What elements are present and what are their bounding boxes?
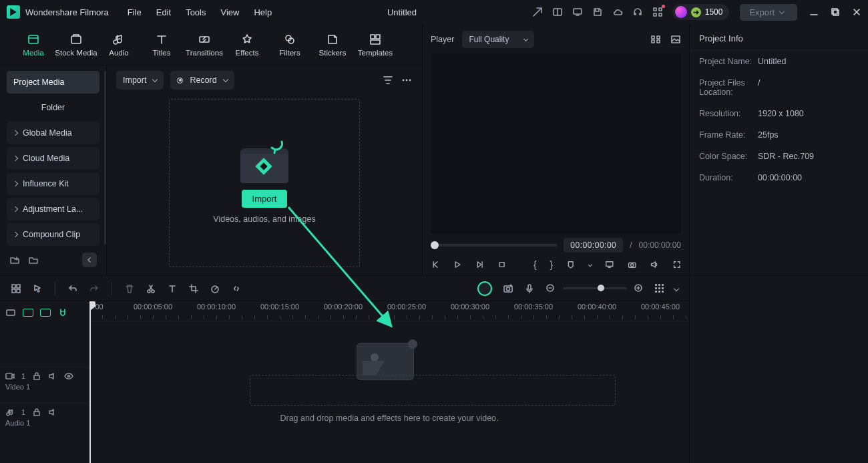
speed-tool-icon[interactable] [210,283,220,294]
cursor-icon[interactable] [32,283,43,294]
track-toggle-3-icon[interactable] [40,309,51,317]
tab-audio[interactable]: Audio [97,33,140,57]
lock-icon[interactable] [32,371,41,381]
timeline-right-gutter [689,276,868,463]
tab-stickers[interactable]: Stickers [311,33,354,57]
save-icon[interactable] [592,7,603,17]
sidebar-item-project-media[interactable]: Project Media [7,71,99,94]
zoom-slider[interactable] [563,287,627,289]
scrollbar[interactable] [104,71,106,245]
credits-pill[interactable]: ➜ 1500 [672,4,730,20]
split-button[interactable] [146,283,156,294]
svg-rect-8 [29,35,38,43]
redo-button[interactable] [89,283,99,294]
snapshot-view-icon[interactable] [670,34,681,45]
marker-icon[interactable] [566,259,575,270]
prev-frame-button[interactable] [431,259,439,270]
filter-icon[interactable] [382,74,394,86]
crop-tool-icon[interactable] [188,283,199,294]
ai-avatar-button[interactable] [477,281,492,296]
magnet-icon[interactable] [57,307,68,318]
sidebar-item-influence-kit[interactable]: Influence Kit [7,172,99,195]
sidebar-item-adjustment-layer[interactable]: Adjustment La... [7,198,99,220]
mark-out-button[interactable]: } [550,259,554,270]
camera-icon[interactable] [628,259,636,270]
tab-titles[interactable]: Titles [140,33,183,57]
tab-transitions[interactable]: Transitions [183,33,226,57]
sidebar-item-cloud-media[interactable]: Cloud Media [7,147,99,170]
coin-icon: ➜ [691,7,701,17]
quality-dropdown[interactable]: Full Quality [462,31,534,48]
mute-icon[interactable] [48,371,57,381]
lock-icon[interactable] [32,408,41,417]
layout-icon[interactable] [552,7,563,17]
next-frame-button[interactable] [475,259,484,270]
svg-point-43 [68,375,70,377]
screen-icon[interactable] [572,7,583,17]
menu-edit[interactable]: Edit [156,7,171,17]
import-button[interactable]: Import [242,190,288,208]
menu-view[interactable]: View [220,7,239,17]
svg-rect-1 [574,9,582,14]
send-icon[interactable] [532,7,543,17]
menu-tools[interactable]: Tools [186,7,206,17]
voiceover-icon[interactable] [524,283,535,294]
main-menu: File Edit Tools View Help [128,7,272,17]
play-button[interactable] [453,259,461,270]
sidebar-item-folder[interactable]: Folder [7,96,99,119]
timeline-options-icon[interactable] [655,284,664,293]
display-icon[interactable] [605,259,614,270]
track-toggle-2-icon[interactable] [23,309,33,317]
apps-icon[interactable] [652,7,663,17]
zoom-in-button[interactable] [634,283,644,294]
folder-icon[interactable] [28,255,39,265]
media-dropzone[interactable]: Import Videos, audios, and images [169,99,360,267]
stop-button[interactable] [497,259,506,270]
new-folder-icon[interactable] [9,255,20,265]
text-tool-icon[interactable] [167,283,178,294]
close-button[interactable] [852,7,861,17]
timeline-tracks[interactable]: 0:00 00:00:05:00 00:00:10:00 00:00:15:00… [89,301,689,463]
import-dropdown[interactable]: Import [116,71,164,90]
player-scrubber[interactable] [431,244,557,247]
undo-button[interactable] [67,283,78,294]
player-viewport[interactable] [431,53,681,234]
more-icon[interactable] [401,74,413,86]
headphones-icon[interactable] [632,7,643,17]
tab-filters[interactable]: Filters [268,33,311,57]
tab-stock-media[interactable]: Stock Media [55,33,97,57]
export-button[interactable]: Export [740,4,797,21]
menu-file[interactable]: File [128,7,142,17]
delete-button[interactable] [124,283,135,294]
sidebar-item-compound-clip[interactable]: Compound Clip [7,223,99,246]
tab-media[interactable]: Media [12,33,55,57]
fullscreen-icon[interactable] [672,259,681,270]
video-track-header[interactable]: 1 Video 1 [0,367,89,403]
collapse-sidebar-button[interactable] [82,253,97,267]
tab-effects[interactable]: Effects [226,33,268,57]
mark-in-button[interactable]: { [533,259,537,270]
audio-track-header[interactable]: 1 Audio 1 [0,403,89,439]
timeline-ruler[interactable]: 0:00 00:00:05:00 00:00:10:00 00:00:15:00… [89,301,689,321]
record-dropdown[interactable]: Record [170,71,234,90]
mute-icon[interactable] [48,408,57,417]
visibility-icon[interactable] [64,371,73,381]
grid-icon[interactable] [11,283,21,294]
unlink-icon[interactable] [231,283,242,294]
menu-help[interactable]: Help [254,7,272,17]
playhead[interactable] [89,301,91,463]
cloud-icon[interactable] [612,7,623,17]
grid-view-icon[interactable] [650,34,661,45]
volume-icon[interactable] [650,259,658,270]
media-main: Import Record Import Videos, audios, and… [107,65,422,275]
sidebar-item-global-media[interactable]: Global Media [7,122,99,144]
capture-icon[interactable] [503,283,513,294]
maximize-button[interactable] [831,7,840,17]
svg-rect-15 [371,40,380,44]
timeline-dropzone[interactable] [250,375,616,406]
minimize-button[interactable] [809,7,819,17]
tab-templates[interactable]: Templates [354,33,397,57]
svg-rect-24 [500,263,505,267]
track-toggle-1-icon[interactable] [5,307,16,318]
zoom-out-button[interactable] [546,283,556,294]
